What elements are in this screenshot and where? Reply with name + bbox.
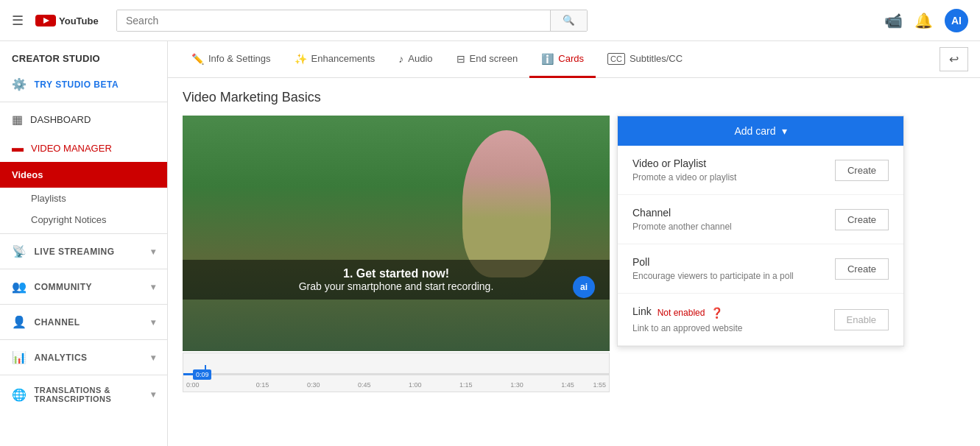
search-input[interactable] xyxy=(117,10,550,31)
channel-label: CHANNEL xyxy=(35,317,80,328)
gear-icon: ⚙️ xyxy=(12,77,27,91)
sidebar-item-playlists[interactable]: Playlists xyxy=(0,188,167,209)
tab-enhancements-label: Enhancements xyxy=(311,53,376,64)
tab-cards[interactable]: ℹ️ Cards xyxy=(529,41,596,78)
tab-info-label: Info & Settings xyxy=(208,53,271,64)
translations-label: TRANSLATIONS & TRANSCRIPTIONS xyxy=(35,386,144,403)
video-logo: ai xyxy=(573,276,595,298)
sidebar-item-channel[interactable]: 👤 CHANNEL ▾ xyxy=(0,308,167,336)
tab-endscreen-label: End screen xyxy=(470,53,518,64)
translations-icon: 🌐 xyxy=(12,388,27,402)
link-title-row: Link Not enabled ❓ xyxy=(632,305,742,320)
card-option-channel-desc: Promote another channel xyxy=(632,222,732,232)
try-studio-beta-item[interactable]: ⚙️ TRY STUDIO BETA xyxy=(0,70,167,99)
card-option-channel-info: Channel Promote another channel xyxy=(632,207,732,232)
chevron-down-icon: ▾ xyxy=(151,247,156,257)
endscreen-icon: ⊟ xyxy=(456,53,465,65)
content-area: ✏️ Info & Settings ✨ Enhancements ♪ Audi… xyxy=(168,41,980,446)
add-card-button[interactable]: Add card ▾ xyxy=(618,116,903,146)
sidebar-item-dashboard[interactable]: ▦ DASHBOARD xyxy=(0,105,167,134)
community-label: COMMUNITY xyxy=(35,282,93,292)
timeline-label-2: 0:30 xyxy=(288,381,339,389)
create-poll-button[interactable]: Create xyxy=(835,258,889,280)
video-overlay-line2: Grab your smartphone and start recording… xyxy=(190,280,602,292)
youtube-logo[interactable]: YouTube xyxy=(35,13,102,28)
tab-audio[interactable]: ♪ Audio xyxy=(387,41,444,78)
timeline-current-time: 0:09 xyxy=(193,369,212,380)
cc-icon: CC xyxy=(607,53,625,65)
cards-icon: ℹ️ xyxy=(541,53,554,65)
top-nav-right: 📹 🔔 AI xyxy=(884,9,968,32)
live-streaming-icon: 📡 xyxy=(12,244,27,258)
analytics-label: ANALYTICS xyxy=(35,353,88,363)
community-icon: 👥 xyxy=(12,280,27,294)
analytics-icon: 📊 xyxy=(12,350,27,364)
tab-bar: ✏️ Info & Settings ✨ Enhancements ♪ Audi… xyxy=(168,41,980,78)
notifications-button[interactable]: 🔔 xyxy=(914,12,933,29)
chevron-down-icon-channel: ▾ xyxy=(151,317,156,328)
tab-end-screen[interactable]: ⊟ End screen xyxy=(445,41,530,78)
playlists-label: Playlists xyxy=(31,193,66,204)
add-card-dropdown-icon: ▾ xyxy=(782,125,787,137)
video-overlay: 1. Get started now! Grab your smartphone… xyxy=(183,260,610,300)
upload-button[interactable]: 📹 xyxy=(884,12,903,29)
timeline-label-8: 1:55 xyxy=(593,381,607,389)
enhance-icon: ✨ xyxy=(295,53,307,65)
sidebar-item-copyright[interactable]: Copyright Notices xyxy=(0,209,167,230)
create-video-playlist-button[interactable]: Create xyxy=(835,160,889,181)
card-option-link-title: Link xyxy=(632,305,652,317)
sidebar-item-translations[interactable]: 🌐 TRANSLATIONS & TRANSCRIPTIONS ▾ xyxy=(0,378,167,411)
card-option-poll-desc: Encourage viewers to participate in a po… xyxy=(632,271,794,281)
sidebar-item-videos[interactable]: Videos xyxy=(0,162,167,188)
search-button[interactable]: 🔍 xyxy=(550,10,587,31)
timeline[interactable]: 0:09 0:00 0:15 0:30 0:45 1:00 1:15 1:30 … xyxy=(183,353,610,392)
timeline-label-0: 0:00 xyxy=(186,381,237,389)
creator-studio-title: CREATOR STUDIO xyxy=(0,41,167,70)
main-layout: CREATOR STUDIO ⚙️ TRY STUDIO BETA ▦ DASH… xyxy=(0,41,980,446)
timeline-label-4: 1:00 xyxy=(389,381,440,389)
video-section: Video Marketing Basics 1. Get started no… xyxy=(168,78,980,446)
tab-enhancements[interactable]: ✨ Enhancements xyxy=(283,41,387,78)
timeline-labels: 0:00 0:15 0:30 0:45 1:00 1:15 1:30 1:45 … xyxy=(183,381,609,389)
create-channel-button[interactable]: Create xyxy=(835,209,889,230)
timeline-label-3: 0:45 xyxy=(339,381,389,389)
sidebar-item-analytics[interactable]: 📊 ANALYTICS ▾ xyxy=(0,343,167,372)
add-card-label: Add card xyxy=(734,125,775,137)
hamburger-icon[interactable]: ☰ xyxy=(12,13,24,29)
help-icon[interactable]: ❓ xyxy=(711,307,723,319)
sidebar: CREATOR STUDIO ⚙️ TRY STUDIO BETA ▦ DASH… xyxy=(0,41,168,446)
enable-link-button[interactable]: Enable xyxy=(834,309,889,330)
tab-audio-label: Audio xyxy=(408,53,432,64)
avatar[interactable]: AI xyxy=(945,9,968,32)
card-panel: Add card ▾ Video or Playlist Promote a v… xyxy=(617,116,904,347)
chevron-down-icon-analytics: ▾ xyxy=(151,353,156,363)
audio-icon: ♪ xyxy=(398,53,403,65)
timeline-label-5: 1:15 xyxy=(440,381,491,389)
back-button[interactable]: ↩ xyxy=(940,47,968,71)
pencil-icon: ✏️ xyxy=(191,53,204,65)
tab-subtitles[interactable]: CC Subtitles/CC xyxy=(596,41,694,78)
card-option-poll: Poll Encourage viewers to participate in… xyxy=(618,244,903,294)
dashboard-icon: ▦ xyxy=(12,113,23,127)
card-option-link: Link Not enabled ❓ Link to an approved w… xyxy=(618,294,903,346)
top-nav: ☰ YouTube 🔍 📹 🔔 AI xyxy=(0,0,980,41)
video-player[interactable]: 1. Get started now! Grab your smartphone… xyxy=(183,116,610,351)
svg-text:YouTube: YouTube xyxy=(59,15,99,26)
card-option-link-desc: Link to an approved website xyxy=(632,323,742,333)
card-option-video-playlist-desc: Promote a video or playlist xyxy=(632,172,736,183)
sidebar-item-live-streaming[interactable]: 📡 LIVE STREAMING ▾ xyxy=(0,237,167,266)
chevron-down-icon-community: ▾ xyxy=(151,282,156,292)
sidebar-item-video-manager[interactable]: ▬ VIDEO MANAGER xyxy=(0,134,167,162)
video-manager-label: VIDEO MANAGER xyxy=(31,143,112,154)
tab-cards-label: Cards xyxy=(558,53,584,64)
tab-info-settings[interactable]: ✏️ Info & Settings xyxy=(180,41,283,78)
card-option-poll-title: Poll xyxy=(632,256,794,268)
sidebar-item-community[interactable]: 👥 COMMUNITY ▾ xyxy=(0,272,167,301)
card-option-channel-title: Channel xyxy=(632,207,732,219)
card-option-link-info: Link Not enabled ❓ Link to an approved w… xyxy=(632,305,742,333)
video-background xyxy=(183,116,610,351)
not-enabled-badge: Not enabled xyxy=(658,308,705,318)
card-option-video-playlist: Video or Playlist Promote a video or pla… xyxy=(618,146,903,195)
video-content-row: 1. Get started now! Grab your smartphone… xyxy=(183,116,965,392)
copyright-label: Copyright Notices xyxy=(31,214,107,225)
